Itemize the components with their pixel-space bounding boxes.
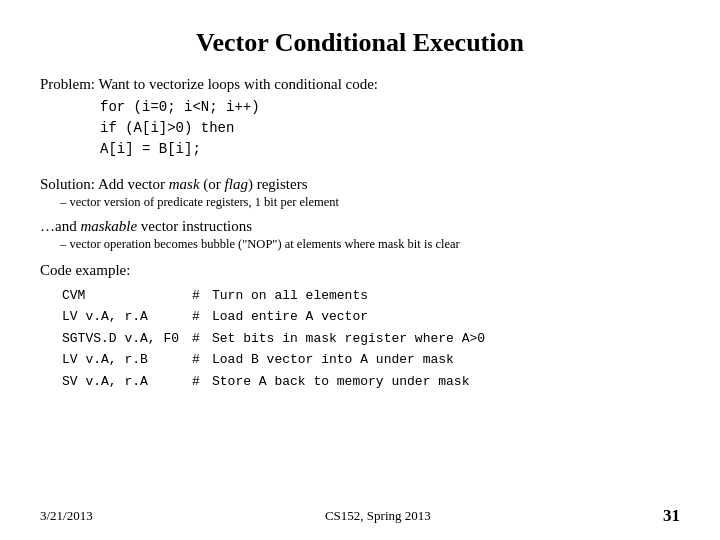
problem-section: Problem: Want to vectorize loops with co… bbox=[40, 76, 680, 160]
and-end: vector instructions bbox=[137, 218, 252, 234]
footer-date: 3/21/2013 bbox=[40, 508, 93, 524]
solution-end: ) registers bbox=[248, 176, 308, 192]
footer-page: 31 bbox=[663, 506, 680, 526]
instr-2: SGTVS.D v.A, F0 bbox=[60, 328, 190, 349]
code-line-2: if (A[i]>0) then bbox=[100, 118, 680, 139]
solution-mid: (or bbox=[200, 176, 225, 192]
hash-0: # bbox=[190, 285, 210, 306]
code-example-heading: Code example: bbox=[40, 262, 680, 279]
table-row: LV v.A, r.B # Load B vector into A under… bbox=[60, 349, 487, 370]
and-heading: …and maskable vector instructions bbox=[40, 218, 680, 235]
flag-italic: flag bbox=[225, 176, 248, 192]
instr-3: LV v.A, r.B bbox=[60, 349, 190, 370]
footer-course: CS152, Spring 2013 bbox=[325, 508, 431, 524]
solution-bullet1: vector version of predicate registers, 1… bbox=[60, 195, 680, 210]
comment-4: Store A back to memory under mask bbox=[210, 371, 487, 392]
table-row: CVM # Turn on all elements bbox=[60, 285, 487, 306]
and-start: …and bbox=[40, 218, 80, 234]
comment-1: Load entire A vector bbox=[210, 306, 487, 327]
hash-1: # bbox=[190, 306, 210, 327]
code-line-3: A[i] = B[i]; bbox=[100, 139, 680, 160]
solution-heading: Solution: Add vector mask (or flag) regi… bbox=[40, 176, 680, 193]
problem-code: for (i=0; i<N; i++) if (A[i]>0) then A[i… bbox=[100, 97, 680, 160]
code-example-section: Code example: CVM # Turn on all elements… bbox=[40, 262, 680, 392]
hash-2: # bbox=[190, 328, 210, 349]
hash-4: # bbox=[190, 371, 210, 392]
instr-1: LV v.A, r.A bbox=[60, 306, 190, 327]
code-table: CVM # Turn on all elements LV v.A, r.A #… bbox=[60, 285, 487, 392]
table-row: SGTVS.D v.A, F0 # Set bits in mask regis… bbox=[60, 328, 487, 349]
comment-0: Turn on all elements bbox=[210, 285, 487, 306]
footer: 3/21/2013 CS152, Spring 2013 31 bbox=[0, 506, 720, 526]
slide-title: Vector Conditional Execution bbox=[40, 28, 680, 58]
comment-3: Load B vector into A under mask bbox=[210, 349, 487, 370]
code-line-1: for (i=0; i<N; i++) bbox=[100, 97, 680, 118]
and-bullet: vector operation becomes bubble ("NOP") … bbox=[60, 237, 680, 252]
mask-italic: mask bbox=[169, 176, 200, 192]
table-row: SV v.A, r.A # Store A back to memory und… bbox=[60, 371, 487, 392]
hash-3: # bbox=[190, 349, 210, 370]
problem-label: Problem: Want to vectorize loops with co… bbox=[40, 76, 680, 93]
table-row: LV v.A, r.A # Load entire A vector bbox=[60, 306, 487, 327]
maskable-italic: maskable bbox=[80, 218, 137, 234]
solution-start: Solution: Add vector bbox=[40, 176, 169, 192]
instr-4: SV v.A, r.A bbox=[60, 371, 190, 392]
and-section: …and maskable vector instructions vector… bbox=[40, 218, 680, 254]
comment-2: Set bits in mask register where A>0 bbox=[210, 328, 487, 349]
instr-0: CVM bbox=[60, 285, 190, 306]
solution-section: Solution: Add vector mask (or flag) regi… bbox=[40, 176, 680, 212]
slide: Vector Conditional Execution Problem: Wa… bbox=[0, 0, 720, 540]
